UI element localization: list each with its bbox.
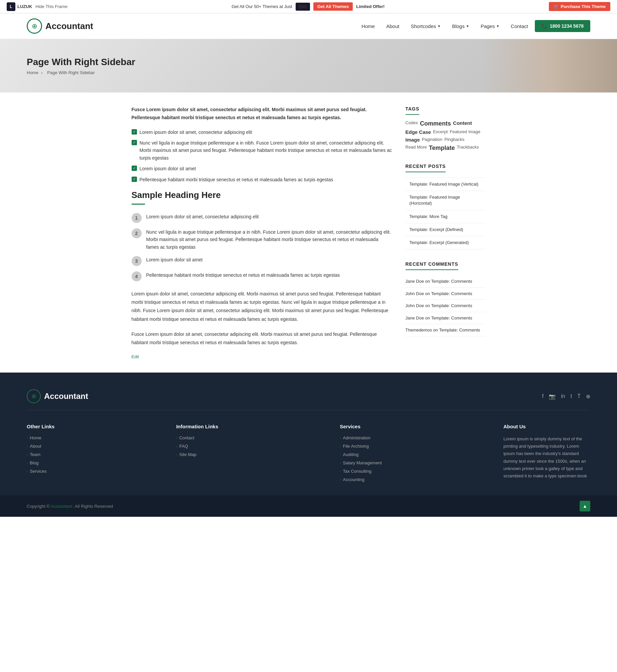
price-badge: $99 xyxy=(296,3,310,11)
arrow-icon: › xyxy=(27,444,28,448)
rss-icon[interactable]: ⊕ xyxy=(586,393,590,400)
checkbox-icon: ✓ xyxy=(132,166,137,171)
list-item[interactable]: ›Home xyxy=(27,435,54,440)
scroll-top-button[interactable]: ▲ xyxy=(580,501,590,511)
hero-banner: Page With Right Sidebar Home › Page With… xyxy=(0,39,617,92)
tag-edge-case[interactable]: Edge Case xyxy=(406,129,431,135)
tags-cloud: Codex Comments Content Edge Case Excerpt… xyxy=(406,120,486,152)
number-badge: 1 xyxy=(132,213,142,223)
nav-about[interactable]: About xyxy=(381,21,404,32)
list-item[interactable]: Template: Excerpt (Generated) xyxy=(406,236,486,249)
recent-posts-widget: RECENT POSTS Template: Featured Image (V… xyxy=(406,163,486,249)
breadcrumb-separator: › xyxy=(41,70,44,75)
list-item[interactable]: ›Salary Management xyxy=(340,460,382,465)
tag-content[interactable]: Content xyxy=(453,120,472,127)
list-item[interactable]: ›Team xyxy=(27,452,54,457)
nav-shortcodes[interactable]: Shortcodes ▼ xyxy=(406,21,445,32)
footer-brand-row: ⊕ Accountant f 📷 in t T ⊕ xyxy=(27,389,590,410)
main-content: Fusce Lorem ipsum dolor sit amet, consec… xyxy=(132,106,392,359)
tag-image[interactable]: Image xyxy=(406,137,420,143)
sidebar: TAGS Codex Comments Content Edge Case Ex… xyxy=(406,106,486,359)
copyright-brand-link[interactable]: Accountant xyxy=(51,504,72,509)
list-item[interactable]: Template: Featured Image (Vertical) xyxy=(406,178,486,191)
list-item[interactable]: John Doe on Template: Comments xyxy=(406,288,486,300)
nav-blogs[interactable]: Blogs ▼ xyxy=(447,21,474,32)
list-item[interactable]: Template: More Tag xyxy=(406,210,486,223)
recent-posts-list: Template: Featured Image (Vertical) Temp… xyxy=(406,178,486,249)
list-item[interactable]: ›Services xyxy=(27,469,54,474)
facebook-icon[interactable]: f xyxy=(542,393,544,400)
list-item: ✓ Nunc vel ligula in augue tristique pel… xyxy=(132,139,392,162)
breadcrumb-home[interactable]: Home xyxy=(27,70,38,75)
tag-pingbacks[interactable]: Pingbacks xyxy=(444,137,464,143)
checkbox-icon: ✓ xyxy=(132,140,137,145)
checkbox-icon: ✓ xyxy=(132,177,137,182)
footer-bottom: Copyright © Accountant .All Rights Reser… xyxy=(0,495,617,517)
nav-contact[interactable]: Contact xyxy=(506,21,533,32)
edit-link[interactable]: Edit xyxy=(132,354,139,359)
list-item: 4 Pellentesque habitant morbi tristique … xyxy=(132,271,392,281)
tumblr-icon[interactable]: T xyxy=(577,393,581,400)
list-item: 3 Lorem ipsum dolor sit amet xyxy=(132,256,392,266)
list-item[interactable]: Jane Doe on Template: Comments xyxy=(406,275,486,288)
breadcrumb-current: Page With Right Sidebar xyxy=(47,70,95,75)
sample-heading: Sample Heading Here xyxy=(132,190,392,200)
luzuk-logo-icon: L xyxy=(7,2,15,11)
nav-home[interactable]: Home xyxy=(357,21,379,32)
arrow-icon: › xyxy=(27,461,28,465)
top-bar: L LUZUK Hide This Frame Get All Our 50+ … xyxy=(0,0,617,13)
arrow-icon: › xyxy=(27,469,28,473)
list-item: ✓ Lorem ipsum dolor sit amet xyxy=(132,165,392,172)
tag-pagination[interactable]: Pagination xyxy=(422,137,442,143)
purchase-theme-button[interactable]: 🛒 Purchase This Theme xyxy=(549,2,610,11)
tag-comments[interactable]: Comments xyxy=(420,120,451,127)
hide-frame-button[interactable]: Hide This Frame xyxy=(35,4,67,9)
tag-read-more[interactable]: Read More xyxy=(406,145,427,152)
brand-name: Accountant xyxy=(45,21,93,31)
linkedin-icon[interactable]: in xyxy=(561,393,565,400)
list-item[interactable]: ›Contact xyxy=(176,435,218,440)
list-item: ✓ Pellentesque habitant morbi tristique … xyxy=(132,176,392,183)
site-footer: ⊕ Accountant f 📷 in t T ⊕ Other Links ›H… xyxy=(0,373,617,517)
list-item[interactable]: Jane Doe on Template: Comments xyxy=(406,312,486,324)
phone-icon: 📞 xyxy=(542,23,547,29)
nav-pages[interactable]: Pages ▼ xyxy=(476,21,504,32)
arrow-icon: › xyxy=(340,436,341,440)
list-item[interactable]: ›Blog xyxy=(27,460,54,465)
intro-text: Fusce Lorem ipsum dolor sit amet, consec… xyxy=(132,106,392,122)
tag-codex[interactable]: Codex xyxy=(406,120,418,127)
get-all-themes-button[interactable]: Get All Themes xyxy=(313,2,353,11)
footer-brand-name: Accountant xyxy=(44,392,88,401)
tags-widget: TAGS Codex Comments Content Edge Case Ex… xyxy=(406,106,486,152)
instagram-icon[interactable]: 📷 xyxy=(549,393,556,400)
tag-template[interactable]: Template xyxy=(429,145,455,152)
footer-links-row: Other Links ›Home ›About ›Team ›Blog ›Se… xyxy=(27,417,590,485)
phone-number: 1800 1234 5678 xyxy=(550,23,584,29)
list-item[interactable]: ›About xyxy=(27,444,54,449)
footer-col-other-links: Other Links ›Home ›About ›Team ›Blog ›Se… xyxy=(27,424,54,485)
footer-logo: ⊕ Accountant xyxy=(27,389,88,403)
limited-offer-text: Limited Offer! xyxy=(356,4,384,9)
list-item[interactable]: ›Tax Consulting xyxy=(340,469,382,474)
phone-button[interactable]: 📞 1800 1234 5678 xyxy=(535,20,590,32)
list-item[interactable]: ›File Archiving xyxy=(340,444,382,449)
list-item: 1 Lorem ipsum dolor sit amet, consectetu… xyxy=(132,213,392,223)
list-item[interactable]: John Doe on Template: Comments xyxy=(406,300,486,312)
footer-col-title-services: Services xyxy=(340,424,382,429)
number-badge: 2 xyxy=(132,228,142,238)
luzuk-logo: L LUZUK xyxy=(7,2,32,11)
list-item[interactable]: ›FAQ xyxy=(176,444,218,449)
list-item[interactable]: ›Administration xyxy=(340,435,382,440)
list-item[interactable]: Template: Featured Image (Horizontal) xyxy=(406,191,486,210)
twitter-icon[interactable]: t xyxy=(571,393,572,400)
tag-trackbacks[interactable]: Trackbacks xyxy=(457,145,479,152)
list-item[interactable]: ›Site Map xyxy=(176,452,218,457)
list-item[interactable]: ›Accounting xyxy=(340,477,382,482)
main-navigation: Home About Shortcodes ▼ Blogs ▼ Pages ▼ … xyxy=(357,20,590,32)
tag-featured-image[interactable]: Featured Image xyxy=(450,129,480,135)
footer-col-title-other: Other Links xyxy=(27,424,54,429)
tag-excerpt[interactable]: Excerpt xyxy=(433,129,448,135)
list-item[interactable]: Template: Excerpt (Defined) xyxy=(406,223,486,236)
list-item[interactable]: Themedemos on Template: Comments xyxy=(406,324,486,337)
list-item[interactable]: ›Auditing xyxy=(340,452,382,457)
